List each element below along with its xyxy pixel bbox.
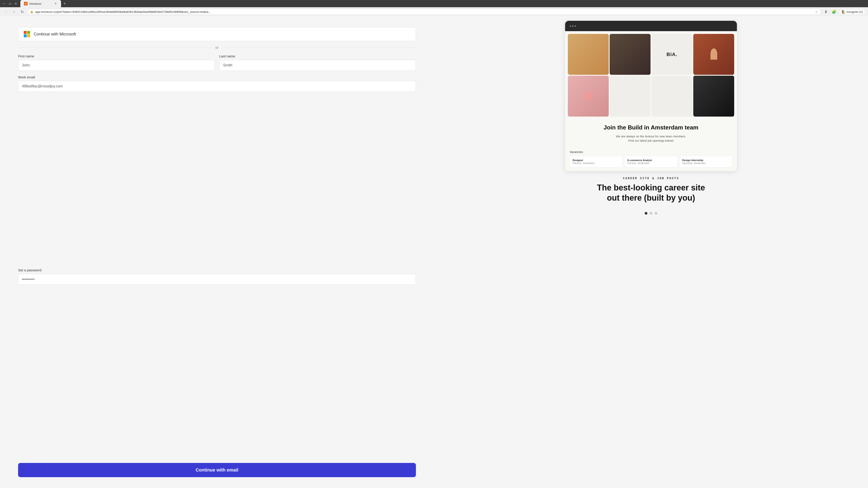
vacancy-meta-3: Internship · Amsterdam xyxy=(682,162,730,164)
profile-button[interactable]: 🕵 Incognito (2) xyxy=(839,9,865,15)
profile-label: Incognito (2) xyxy=(846,10,863,13)
page-content: Continue with Microsoft or First name La… xyxy=(0,16,868,488)
preview-title: Join the Build in Amsterdam team xyxy=(570,124,732,131)
image-figure xyxy=(693,34,734,75)
left-panel: Continue with Microsoft or First name La… xyxy=(0,16,434,488)
downloads-button[interactable]: ⬇ xyxy=(823,8,829,15)
dot-1[interactable] xyxy=(645,212,647,215)
vacancy-title-1: Designer xyxy=(572,159,620,162)
image-empty xyxy=(610,76,651,117)
ms-logo-red xyxy=(24,31,27,34)
heading-line2: out there (built by you) xyxy=(607,193,695,202)
url-input[interactable] xyxy=(35,10,813,13)
or-divider: or xyxy=(18,46,416,50)
first-name-label: First name xyxy=(18,54,215,58)
header-dots: ● ● ● xyxy=(569,24,576,28)
back-button[interactable]: ‹ xyxy=(3,8,9,15)
image-skull xyxy=(693,76,734,117)
password-input[interactable] xyxy=(18,274,416,285)
tab-favicon: H xyxy=(24,2,28,5)
first-name-group: First name xyxy=(18,54,215,71)
extensions-button[interactable]: 🧩 xyxy=(831,8,837,15)
maximize-button[interactable]: ▭ xyxy=(8,1,12,6)
last-name-input[interactable] xyxy=(219,60,416,71)
preview-desc-line2: Find our latest job openings below! xyxy=(570,138,732,143)
first-name-input[interactable] xyxy=(18,60,215,71)
microsoft-logo xyxy=(24,31,30,37)
preview-desc-line1: We are always on the lookout for new tea… xyxy=(570,134,732,139)
tab-close-button[interactable]: ✕ xyxy=(54,2,57,5)
vacancy-ecommerce: E-commerce Analyst Full-time · Amsterdam xyxy=(625,156,678,167)
or-label: or xyxy=(215,46,219,50)
vacancy-cards: Designer Full-time · Amsterdam E-commerc… xyxy=(569,156,733,167)
vacancies-label: Vacancies xyxy=(569,150,733,154)
dot-3[interactable] xyxy=(655,212,657,215)
address-bar[interactable]: 🔒 ☆ xyxy=(27,9,821,15)
career-heading: The best-looking career site out there (… xyxy=(597,183,705,203)
vacancy-title-3: Design Internship xyxy=(682,159,730,162)
work-email-group: Work email xyxy=(18,75,416,264)
window-controls: ─ ▭ ✕ xyxy=(2,1,18,6)
vacancy-designer: Designer Full-time · Amsterdam xyxy=(569,156,623,167)
preview-vacancies: Vacancies Designer Full-time · Amsterdam… xyxy=(565,148,737,171)
nav-bar: ‹ › ↻ 🔒 ☆ ⬇ 🧩 🕵 Incognito (2) xyxy=(0,7,868,16)
image-man xyxy=(610,34,651,75)
continue-email-button[interactable]: Continue with email xyxy=(18,463,416,477)
marketing-section: CAREER SITE & JOB POSTS The best-looking… xyxy=(592,176,710,206)
heading-line1: The best-looking career site xyxy=(597,183,705,192)
bookmark-icon: ☆ xyxy=(815,10,818,13)
image-empty2 xyxy=(651,76,692,117)
ms-logo-green xyxy=(27,31,30,34)
work-email-input[interactable] xyxy=(18,81,416,92)
preview-card: ● ● ● BiA. Join t xyxy=(565,21,737,171)
last-name-group: Last name xyxy=(219,54,416,71)
forward-button[interactable]: › xyxy=(11,8,17,15)
tab-label: Homerun xyxy=(29,2,41,5)
active-tab[interactable]: H Homerun ✕ xyxy=(20,0,61,7)
dot-2[interactable] xyxy=(650,212,652,215)
microsoft-button-label: Continue with Microsoft xyxy=(34,32,76,37)
ms-logo-yellow xyxy=(27,34,30,37)
vacancy-meta-1: Full-time · Amsterdam xyxy=(572,162,620,164)
last-name-label: Last name xyxy=(219,54,416,58)
ms-logo-blue xyxy=(24,34,27,37)
preview-images: BiA. xyxy=(565,31,737,119)
password-label: Set a password xyxy=(18,268,416,272)
preview-content: Join the Build in Amsterdam team We are … xyxy=(565,119,737,148)
name-row: First name Last name xyxy=(18,54,416,71)
carousel-dots xyxy=(645,212,657,215)
microsoft-signin-button[interactable]: Continue with Microsoft xyxy=(18,27,416,41)
close-button[interactable]: ✕ xyxy=(13,1,18,6)
incognito-icon: 🕵 xyxy=(842,10,845,13)
tab-bar: ─ ▭ ✕ H Homerun ✕ + xyxy=(0,0,868,7)
minimize-button[interactable]: ─ xyxy=(2,1,6,6)
image-pink xyxy=(568,76,609,117)
refresh-button[interactable]: ↻ xyxy=(19,8,25,15)
preview-header: ● ● ● xyxy=(565,21,737,31)
bia-logo-text: BiA. xyxy=(666,52,677,57)
password-group: Set a password xyxy=(18,268,416,457)
new-tab-button[interactable]: + xyxy=(61,0,68,7)
vacancy-title-2: E-commerce Analyst xyxy=(627,159,675,162)
vacancy-internship: Design Internship Internship · Amsterdam xyxy=(679,156,733,167)
career-site-label: CAREER SITE & JOB POSTS xyxy=(597,176,705,180)
lock-icon: 🔒 xyxy=(30,10,33,13)
work-email-label: Work email xyxy=(18,75,416,79)
nav-right-controls: ⬇ 🧩 🕵 Incognito (2) xyxy=(823,8,865,15)
browser-chrome: ─ ▭ ✕ H Homerun ✕ + ‹ › ↻ 🔒 ☆ ⬇ 🧩 🕵 Inco… xyxy=(0,0,868,16)
right-panel: ● ● ● BiA. Join t xyxy=(434,16,868,488)
image-bia: BiA. xyxy=(651,34,692,75)
vacancy-meta-2: Full-time · Amsterdam xyxy=(627,162,675,164)
continue-button-label: Continue with email xyxy=(196,467,239,473)
image-sand xyxy=(568,34,609,75)
